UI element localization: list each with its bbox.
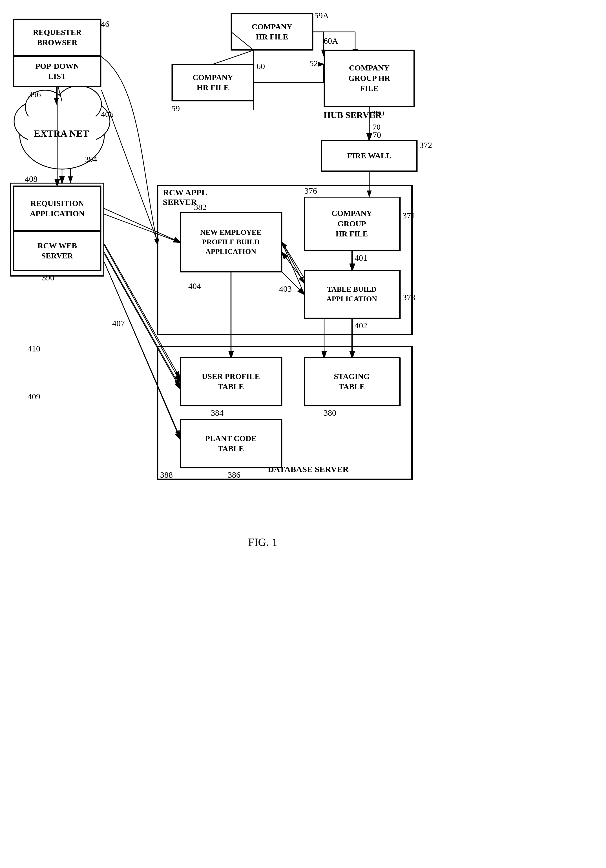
ref-372: 372: [419, 140, 432, 150]
ref-408: 408: [25, 174, 37, 184]
company-hr-file-59-box: COMPANYHR FILE: [172, 64, 254, 101]
diagram: COMPANYHR FILE 59A COMPANYHR FILE 59 60 …: [0, 0, 606, 868]
hub-server-label: HUB SERVER: [324, 110, 382, 120]
pop-down-list-box: POP-DOWNLIST: [14, 56, 101, 87]
ref-378: 378: [403, 293, 415, 302]
svg-line-45: [213, 50, 254, 64]
staging-table-box: STAGINGTABLE: [304, 357, 400, 406]
ref-410: 410: [28, 344, 40, 353]
ref-388: 388: [160, 470, 173, 480]
company-hr-file-59a-box: COMPANYHR FILE: [231, 14, 313, 50]
ref-52: 52: [310, 59, 318, 68]
ref-409: 409: [28, 392, 40, 401]
ref-384: 384: [211, 408, 223, 418]
ref-59a: 59A: [314, 11, 329, 20]
ref-403: 403: [279, 284, 292, 294]
svg-point-28: [56, 86, 101, 122]
ref-46: 46: [101, 19, 109, 29]
ref-386: 386: [228, 470, 240, 480]
ref-401: 401: [355, 253, 367, 263]
ref-407: 407: [112, 318, 125, 328]
fire-wall-box: FIRE WALL: [321, 140, 417, 171]
table-build-application-box: TABLE BUILDAPPLICATION: [304, 270, 400, 318]
ref-70: 70: [373, 130, 381, 140]
ref-60a: 60A: [324, 36, 338, 46]
ref-402: 402: [355, 321, 367, 330]
plant-code-table-box: PLANT CODETABLE: [180, 419, 282, 468]
ref-374: 374: [403, 211, 415, 220]
ref-382: 382: [194, 202, 207, 212]
rcw-web-server-container: [10, 183, 104, 276]
ref-60: 60: [256, 62, 265, 71]
user-profile-table-box: USER PROFILETABLE: [180, 357, 282, 406]
requester-browser-box: REQUESTERBROWSER: [14, 19, 101, 56]
new-employee-profile-box: NEW EMPLOYEEPROFILE BUILDAPPLICATION: [180, 212, 282, 272]
company-group-hr-file-inner-box: COMPANYGROUPHR FILE: [304, 197, 400, 251]
company-group-hr-file-top-box: COMPANYGROUP HRFILE: [324, 50, 414, 107]
extra-net-label: EXTRA NET: [34, 128, 89, 139]
ref-380: 380: [324, 408, 336, 418]
ref-394: 394: [85, 155, 97, 164]
ref-59: 59: [171, 104, 180, 113]
figure-label: FIG. 1: [248, 535, 277, 549]
ref-404: 404: [188, 281, 201, 291]
ref-406: 406: [101, 109, 113, 119]
ref-376: 376: [304, 186, 317, 195]
ref-396: 396: [28, 90, 41, 99]
